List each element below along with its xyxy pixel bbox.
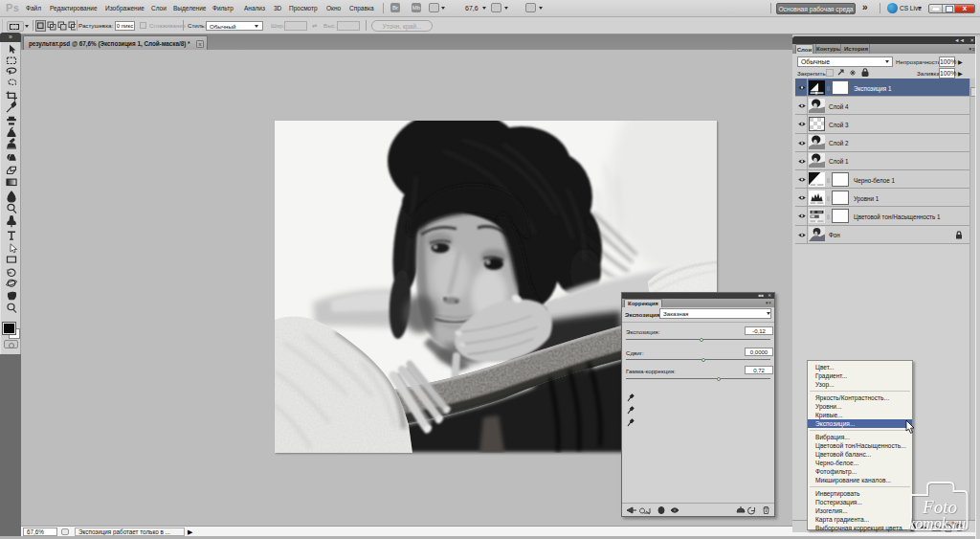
svg-text:Foto: Foto (922, 497, 957, 517)
svg-text:komok.ru: komok.ru (908, 515, 966, 531)
